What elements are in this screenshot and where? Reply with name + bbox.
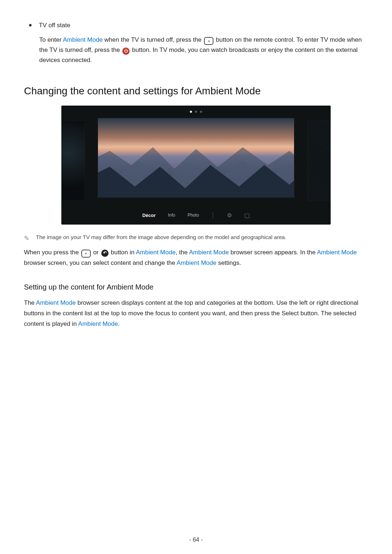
pencil-note-icon: ✎ bbox=[24, 234, 29, 242]
text: button in bbox=[111, 249, 136, 256]
pager-dots bbox=[190, 111, 202, 113]
text: or bbox=[93, 249, 101, 256]
ambient-mode-link: Ambient Mode bbox=[63, 36, 103, 43]
pager-dot bbox=[195, 111, 197, 113]
bullet-item: TV off state bbox=[24, 22, 368, 29]
text: when the TV is turned off, press the bbox=[103, 36, 203, 43]
thumb-right bbox=[307, 121, 331, 201]
mountains-front bbox=[98, 152, 294, 198]
back-button-icon: ↶ bbox=[101, 247, 109, 258]
settings-icon[interactable]: ⚙ bbox=[227, 212, 232, 219]
menu-divider bbox=[213, 212, 213, 218]
ambient-button-icon: ⟐ bbox=[204, 35, 213, 45]
text: . bbox=[118, 320, 120, 327]
note-text: The image on your TV may differ from the… bbox=[36, 234, 286, 240]
text: , the bbox=[176, 249, 189, 256]
power-button-icon: ⏻ bbox=[122, 45, 130, 55]
ambient-mode-screenshot: Décor Info Photo ⚙ ▢ bbox=[61, 106, 331, 225]
text: When you press the bbox=[24, 249, 81, 256]
text: browser screen appears. In the bbox=[229, 249, 317, 256]
ambient-mode-link: Ambient Mode bbox=[36, 299, 76, 306]
ambient-button-icon: ⟐ bbox=[81, 247, 91, 258]
ambient-mode-link: Ambient Mode bbox=[189, 249, 229, 256]
pager-dot bbox=[200, 111, 202, 113]
screen-off-icon[interactable]: ▢ bbox=[244, 212, 250, 219]
section-heading: Changing the content and settings for Am… bbox=[24, 85, 368, 97]
bottom-menu-bar: Décor Info Photo ⚙ ▢ bbox=[61, 206, 331, 225]
text: settings. bbox=[216, 259, 241, 266]
ambient-mode-link: Ambient Mode bbox=[136, 249, 176, 256]
paragraph-1: When you press the ⟐ or ↶ button in Ambi… bbox=[24, 247, 368, 268]
bullet-dot bbox=[29, 24, 32, 26]
ambient-mode-link: Ambient Mode bbox=[317, 249, 357, 256]
bullet-body: To enter Ambient Mode when the TV is tur… bbox=[39, 35, 366, 65]
menu-item-photo[interactable]: Photo bbox=[188, 213, 199, 218]
page-number: - 64 - bbox=[0, 537, 392, 543]
note-row: ✎ The image on your TV may differ from t… bbox=[24, 234, 368, 242]
paragraph-2: The Ambient Mode browser screen displays… bbox=[24, 298, 368, 329]
text: browser screen, you can select content a… bbox=[24, 259, 177, 266]
sub-heading: Setting up the content for Ambient Mode bbox=[24, 283, 368, 291]
pager-dot-active bbox=[190, 111, 192, 113]
ambient-mode-link: Ambient Mode bbox=[177, 259, 217, 266]
text: The bbox=[24, 299, 36, 306]
bullet-title: TV off state bbox=[39, 22, 70, 29]
center-preview bbox=[98, 118, 294, 198]
menu-item-info[interactable]: Info bbox=[168, 213, 175, 218]
manual-page: TV off state To enter Ambient Mode when … bbox=[0, 0, 392, 554]
text: To enter bbox=[39, 36, 63, 43]
thumb-left bbox=[61, 121, 85, 201]
ambient-mode-link: Ambient Mode bbox=[78, 320, 118, 327]
menu-item-decor[interactable]: Décor bbox=[142, 213, 156, 218]
